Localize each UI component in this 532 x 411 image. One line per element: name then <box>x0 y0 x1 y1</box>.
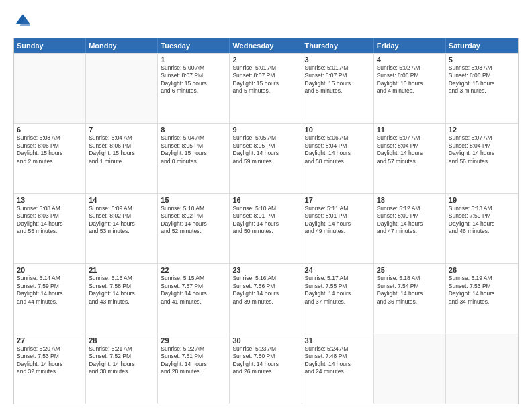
cell-line: Daylight: 14 hours <box>305 150 371 157</box>
calendar-cell: 8Sunrise: 5:04 AMSunset: 8:05 PMDaylight… <box>158 124 230 193</box>
cell-line: and 24 minutes. <box>305 368 371 375</box>
day-number: 6 <box>17 126 83 134</box>
cell-line: and 2 minutes. <box>17 158 83 165</box>
cell-line: Sunset: 7:53 PM <box>449 283 515 290</box>
cell-line: and 47 minutes. <box>377 228 443 235</box>
calendar-cell: 18Sunrise: 5:12 AMSunset: 8:00 PMDayligh… <box>374 194 446 263</box>
cell-line: Sunrise: 5:20 AM <box>17 345 83 353</box>
calendar-row-2: 6Sunrise: 5:03 AMSunset: 8:06 PMDaylight… <box>14 123 518 193</box>
day-number: 29 <box>161 336 226 345</box>
calendar-cell <box>86 54 158 123</box>
calendar-cell: 30Sunrise: 5:23 AMSunset: 7:50 PMDayligh… <box>230 334 302 404</box>
cell-line: Daylight: 15 hours <box>232 80 298 87</box>
cell-line: Sunset: 8:06 PM <box>89 142 154 150</box>
logo <box>13 12 35 31</box>
calendar-cell: 6Sunrise: 5:03 AMSunset: 8:06 PMDaylight… <box>14 124 86 193</box>
calendar-cell: 13Sunrise: 5:08 AMSunset: 8:03 PMDayligh… <box>14 194 86 263</box>
day-header-friday: Friday <box>374 38 446 53</box>
cell-line: Daylight: 14 hours <box>17 220 83 228</box>
cell-line: Sunrise: 5:24 AM <box>305 345 371 353</box>
calendar-cell: 21Sunrise: 5:15 AMSunset: 7:58 PMDayligh… <box>86 264 158 333</box>
cell-line: and 39 minutes. <box>232 298 298 306</box>
cell-line: and 37 minutes. <box>305 298 371 306</box>
cell-line: Sunrise: 5:15 AM <box>161 275 226 282</box>
calendar-cell: 5Sunrise: 5:03 AMSunset: 8:06 PMDaylight… <box>446 54 518 123</box>
cell-line: Sunset: 8:02 PM <box>89 212 154 220</box>
cell-line: Daylight: 14 hours <box>89 290 154 298</box>
cell-line: Sunset: 8:05 PM <box>232 142 298 150</box>
cell-line: and 32 minutes. <box>17 368 83 375</box>
cell-line: Daylight: 14 hours <box>377 290 443 298</box>
day-number: 22 <box>161 266 226 274</box>
cell-line: Daylight: 14 hours <box>449 150 515 157</box>
calendar-cell: 23Sunrise: 5:16 AMSunset: 7:56 PMDayligh… <box>230 264 302 333</box>
cell-line: and 5 minutes. <box>305 87 371 95</box>
cell-line: and 44 minutes. <box>17 298 83 306</box>
cell-line: Sunset: 8:01 PM <box>232 212 298 220</box>
cell-line: Sunrise: 5:07 AM <box>377 134 443 142</box>
day-number: 17 <box>305 196 371 204</box>
day-number: 24 <box>305 266 371 274</box>
cell-line: Daylight: 14 hours <box>232 150 298 157</box>
cell-line: Sunrise: 5:21 AM <box>89 345 154 353</box>
day-number: 28 <box>89 336 154 345</box>
cell-line: Sunrise: 5:06 AM <box>305 134 371 142</box>
cell-line: Daylight: 15 hours <box>449 80 515 87</box>
cell-line: Sunrise: 5:10 AM <box>232 205 298 212</box>
calendar-row-3: 13Sunrise: 5:08 AMSunset: 8:03 PMDayligh… <box>14 193 518 263</box>
cell-line: Sunrise: 5:18 AM <box>377 275 443 282</box>
calendar-cell: 19Sunrise: 5:13 AMSunset: 7:59 PMDayligh… <box>446 194 518 263</box>
cell-line: and 4 minutes. <box>377 87 443 95</box>
day-number: 21 <box>89 266 154 274</box>
cell-line: and 26 minutes. <box>232 368 298 375</box>
cell-line: Sunrise: 5:23 AM <box>232 345 298 353</box>
calendar-header: SundayMondayTuesdayWednesdayThursdayFrid… <box>14 38 518 53</box>
cell-line: Sunrise: 5:22 AM <box>161 345 226 353</box>
cell-line: Sunset: 8:03 PM <box>17 212 83 220</box>
calendar-cell: 7Sunrise: 5:04 AMSunset: 8:06 PMDaylight… <box>86 124 158 193</box>
cell-line: Daylight: 14 hours <box>161 361 226 368</box>
cell-line: Sunset: 8:04 PM <box>449 142 515 150</box>
cell-line: and 6 minutes. <box>161 87 226 95</box>
cell-line: Sunrise: 5:07 AM <box>449 134 515 142</box>
cell-line: Sunrise: 5:09 AM <box>89 205 154 212</box>
cell-line: Sunrise: 5:13 AM <box>449 205 515 212</box>
calendar-cell: 20Sunrise: 5:14 AMSunset: 7:59 PMDayligh… <box>14 264 86 333</box>
cell-line: Sunset: 7:59 PM <box>449 212 515 220</box>
cell-line: Daylight: 15 hours <box>17 150 83 157</box>
cell-line: Daylight: 15 hours <box>305 80 371 87</box>
calendar-cell: 27Sunrise: 5:20 AMSunset: 7:53 PMDayligh… <box>14 334 86 404</box>
day-number: 13 <box>17 196 83 204</box>
cell-line: Daylight: 14 hours <box>161 290 226 298</box>
day-number: 2 <box>232 56 298 64</box>
cell-line: and 3 minutes. <box>449 87 515 95</box>
cell-line: Daylight: 14 hours <box>232 290 298 298</box>
day-header-monday: Monday <box>86 38 158 53</box>
cell-line: Sunset: 7:50 PM <box>232 353 298 360</box>
cell-line: Sunset: 8:07 PM <box>305 72 371 79</box>
cell-line: and 34 minutes. <box>449 298 515 306</box>
cell-line: Sunset: 7:56 PM <box>232 283 298 290</box>
cell-line: Daylight: 14 hours <box>161 220 226 228</box>
day-number: 11 <box>377 126 443 134</box>
calendar-cell: 11Sunrise: 5:07 AMSunset: 8:04 PMDayligh… <box>374 124 446 193</box>
day-number: 15 <box>161 196 226 204</box>
cell-line: and 30 minutes. <box>89 368 154 375</box>
calendar-cell: 17Sunrise: 5:11 AMSunset: 8:01 PMDayligh… <box>302 194 374 263</box>
cell-line: Sunset: 7:52 PM <box>89 353 154 360</box>
calendar-cell: 25Sunrise: 5:18 AMSunset: 7:54 PMDayligh… <box>374 264 446 333</box>
cell-line: Sunset: 8:02 PM <box>161 212 226 220</box>
cell-line: Sunrise: 5:04 AM <box>161 134 226 142</box>
cell-line: Sunset: 7:57 PM <box>161 283 226 290</box>
cell-line: Sunrise: 5:03 AM <box>17 134 83 142</box>
cell-line: Sunrise: 5:12 AM <box>377 205 443 212</box>
calendar-cell: 31Sunrise: 5:24 AMSunset: 7:48 PMDayligh… <box>302 334 374 404</box>
calendar-cell: 15Sunrise: 5:10 AMSunset: 8:02 PMDayligh… <box>158 194 230 263</box>
calendar-cell: 2Sunrise: 5:01 AMSunset: 8:07 PMDaylight… <box>230 54 302 123</box>
day-header-sunday: Sunday <box>14 38 86 53</box>
cell-line: Sunrise: 5:16 AM <box>232 275 298 282</box>
cell-line: Sunrise: 5:15 AM <box>89 275 154 282</box>
cell-line: Sunset: 8:06 PM <box>377 72 443 79</box>
cell-line: Daylight: 15 hours <box>161 80 226 87</box>
calendar-cell: 29Sunrise: 5:22 AMSunset: 7:51 PMDayligh… <box>158 334 230 404</box>
